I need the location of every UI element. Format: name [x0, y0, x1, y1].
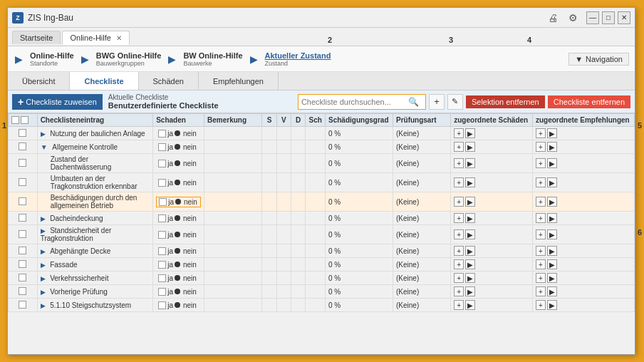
settings-icon[interactable]: ⚙	[565, 10, 581, 26]
goto-empfehlung-button[interactable]: ▶	[547, 213, 557, 223]
row-expand-icon[interactable]: ▶	[41, 302, 48, 309]
goto-empfehlung-button[interactable]: ▶	[547, 246, 557, 256]
row-ja-checkbox[interactable]	[158, 247, 166, 255]
tab-checkliste[interactable]: Checkliste	[70, 72, 138, 90]
row-checkbox[interactable]	[19, 230, 26, 238]
row-expand-icon[interactable]: ▶	[41, 130, 48, 138]
row-checkbox[interactable]	[19, 214, 26, 222]
breadcrumb-aktueller-zustand[interactable]: Aktueller Zustand Zustand	[259, 51, 337, 67]
row-ja-checkbox[interactable]	[158, 274, 166, 282]
add-schaden-button[interactable]: +	[454, 246, 464, 256]
add-empfehlung-button[interactable]: +	[536, 246, 546, 256]
tab-startseite[interactable]: Startseite	[12, 31, 61, 44]
table-container[interactable]: Checklisteneintrag Schaden Bemerkung S V…	[8, 113, 635, 354]
row-ja-checkbox[interactable]	[158, 301, 166, 309]
goto-schaden-button[interactable]: ▶	[465, 197, 475, 207]
row-checkbox[interactable]	[19, 159, 26, 167]
goto-empfehlung-button[interactable]: ▶	[547, 300, 557, 310]
search-icon[interactable]: 🔍	[408, 97, 419, 107]
row-expand-icon[interactable]: ▼	[41, 143, 50, 151]
row-ja-checkbox[interactable]	[158, 179, 166, 187]
add-empfehlung-button[interactable]: +	[536, 158, 546, 168]
add-empfehlung-button[interactable]: +	[536, 213, 546, 223]
row-expand-icon[interactable]: ▶	[41, 227, 48, 234]
row-checkbox[interactable]	[19, 129, 26, 137]
add-empfehlung-button[interactable]: +	[536, 300, 546, 310]
row-expand-icon[interactable]: ▶	[41, 275, 48, 282]
row-checkbox[interactable]	[19, 301, 26, 309]
add-schaden-button[interactable]: +	[454, 259, 464, 269]
add-empfehlung-button[interactable]: +	[536, 259, 546, 269]
add-schaden-button[interactable]: +	[454, 286, 464, 296]
edit-icon-button[interactable]: ✎	[447, 94, 463, 110]
add-schaden-button[interactable]: +	[454, 229, 464, 239]
goto-schaden-button[interactable]: ▶	[465, 273, 475, 283]
goto-schaden-button[interactable]: ▶	[465, 259, 475, 269]
search-input[interactable]	[301, 98, 408, 106]
close-button[interactable]: ✕	[618, 11, 630, 24]
row-ja-checkbox[interactable]	[158, 231, 166, 239]
row-checkbox[interactable]	[19, 287, 26, 295]
add-schaden-button[interactable]: +	[454, 128, 464, 138]
remove-selection-button[interactable]: Selektion entfernen	[466, 95, 545, 108]
goto-schaden-button[interactable]: ▶	[465, 128, 475, 138]
header-check-2[interactable]	[21, 116, 28, 124]
close-tab-icon[interactable]: ✕	[116, 34, 122, 42]
row-expand-icon[interactable]: ▶	[41, 215, 48, 222]
goto-empfehlung-button[interactable]: ▶	[547, 229, 557, 239]
add-schaden-button[interactable]: +	[454, 142, 464, 152]
add-empfehlung-button[interactable]: +	[536, 273, 546, 283]
add-empfehlung-button[interactable]: +	[536, 142, 546, 152]
goto-schaden-button[interactable]: ▶	[465, 177, 475, 187]
row-ja-checkbox[interactable]	[159, 198, 167, 206]
add-empfehlung-button[interactable]: +	[536, 197, 546, 207]
goto-schaden-button[interactable]: ▶	[465, 286, 475, 296]
goto-empfehlung-button[interactable]: ▶	[547, 259, 557, 269]
add-schaden-button[interactable]: +	[454, 300, 464, 310]
row-ja-checkbox[interactable]	[158, 214, 166, 222]
goto-schaden-button[interactable]: ▶	[465, 300, 475, 310]
tab-empfehlungen[interactable]: Empfehlungen	[199, 72, 279, 90]
add-schaden-button[interactable]: +	[454, 177, 464, 187]
goto-schaden-button[interactable]: ▶	[465, 229, 475, 239]
row-ja-checkbox[interactable]	[158, 130, 166, 138]
row-checkbox[interactable]	[19, 143, 26, 150]
header-check-1[interactable]	[11, 116, 19, 124]
goto-schaden-button[interactable]: ▶	[465, 142, 475, 152]
row-ja-checkbox[interactable]	[158, 160, 166, 167]
add-empfehlung-button[interactable]: +	[536, 229, 546, 239]
row-checkbox[interactable]	[19, 274, 26, 281]
assign-checklist-button[interactable]: + Checkliste zuweisen	[12, 94, 103, 110]
goto-empfehlung-button[interactable]: ▶	[547, 273, 557, 283]
goto-empfehlung-button[interactable]: ▶	[547, 197, 557, 207]
row-expand-icon[interactable]: ▶	[41, 248, 48, 255]
row-checkbox[interactable]	[19, 260, 26, 268]
row-checkbox[interactable]	[19, 247, 26, 254]
add-empfehlung-button[interactable]: +	[536, 128, 546, 138]
goto-empfehlung-button[interactable]: ▶	[547, 177, 557, 187]
search-box[interactable]: 🔍	[298, 94, 426, 110]
tab-online-hilfe[interactable]: Online-Hilfe ✕	[62, 31, 130, 45]
add-empfehlung-button[interactable]: +	[536, 177, 546, 187]
delete-checklist-button[interactable]: Checkliste entfernen	[548, 95, 630, 108]
goto-empfehlung-button[interactable]: ▶	[547, 158, 557, 168]
navigation-button[interactable]: ▼ Navigation	[568, 53, 629, 66]
maximize-button[interactable]: □	[602, 11, 615, 24]
goto-empfehlung-button[interactable]: ▶	[547, 128, 557, 138]
goto-schaden-button[interactable]: ▶	[465, 213, 475, 223]
goto-schaden-button[interactable]: ▶	[465, 158, 475, 168]
row-checkbox[interactable]	[19, 178, 26, 186]
row-ja-checkbox[interactable]	[158, 288, 166, 296]
add-schaden-button[interactable]: +	[454, 197, 464, 207]
row-ja-checkbox[interactable]	[158, 143, 166, 151]
add-schaden-button[interactable]: +	[454, 213, 464, 223]
print-icon[interactable]: 🖨	[545, 10, 561, 26]
goto-empfehlung-button[interactable]: ▶	[547, 142, 557, 152]
breadcrumb-bwg[interactable]: BWG Online-Hilfe Bauwerkgruppen	[90, 51, 167, 67]
add-empfehlung-button[interactable]: +	[536, 286, 546, 296]
goto-empfehlung-button[interactable]: ▶	[547, 286, 557, 296]
minimize-button[interactable]: —	[586, 11, 599, 24]
add-schaden-button[interactable]: +	[454, 273, 464, 283]
breadcrumb-bw[interactable]: BW Online-Hilfe Bauwerke	[177, 51, 248, 67]
goto-schaden-button[interactable]: ▶	[465, 246, 475, 256]
